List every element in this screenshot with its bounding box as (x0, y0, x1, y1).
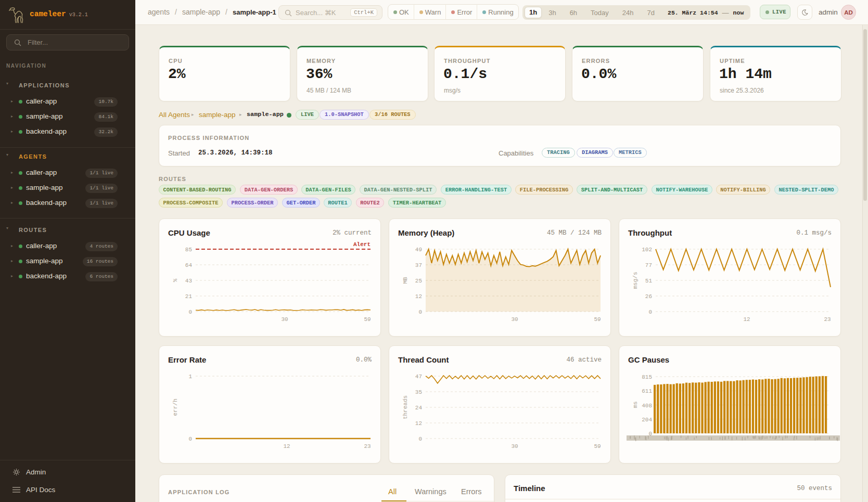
svg-text:ms: ms (632, 401, 639, 408)
svg-text:30: 30 (511, 316, 518, 323)
svg-text:threads: threads (402, 395, 409, 419)
svg-text:12: 12 (743, 316, 750, 323)
svg-text:24: 24 (415, 405, 423, 411)
svg-text:0: 0 (418, 436, 422, 442)
svg-text:64: 64 (185, 262, 193, 268)
svg-text:30: 30 (511, 443, 518, 449)
svg-text:%: % (172, 278, 178, 282)
svg-text:59: 59 (364, 316, 371, 323)
svg-text:Alert: Alert (353, 241, 371, 248)
svg-text:25: 25 (415, 278, 422, 284)
svg-text:59: 59 (594, 443, 601, 449)
svg-text:1: 1 (188, 374, 192, 380)
svg-text:85: 85 (185, 247, 192, 253)
svg-text:77: 77 (645, 262, 652, 268)
svg-text:23: 23 (364, 443, 371, 449)
svg-text:51: 51 (645, 278, 653, 284)
svg-text:12: 12 (283, 443, 290, 449)
svg-text:err/h: err/h (172, 398, 178, 416)
svg-text:12: 12 (415, 420, 422, 427)
svg-text:30: 30 (281, 316, 288, 323)
svg-text:0: 0 (648, 309, 652, 315)
svg-text:49: 49 (415, 247, 422, 253)
svg-text:12: 12 (415, 293, 422, 300)
svg-text:26: 26 (645, 293, 652, 300)
svg-text:37: 37 (415, 262, 422, 268)
svg-text:59: 59 (594, 316, 601, 323)
svg-text:MB: MB (402, 277, 409, 284)
svg-text:102: 102 (642, 247, 652, 253)
svg-text:0: 0 (418, 309, 422, 315)
svg-text:35: 35 (415, 389, 422, 395)
svg-text:204: 204 (642, 417, 652, 423)
svg-text:21: 21 (185, 293, 193, 300)
svg-text:43: 43 (185, 278, 192, 284)
svg-text:815: 815 (642, 374, 652, 380)
svg-text:47: 47 (415, 374, 422, 380)
svg-text:23: 23 (824, 316, 831, 323)
svg-text:0: 0 (188, 436, 192, 442)
svg-text:0: 0 (188, 309, 192, 315)
svg-text:408: 408 (642, 403, 652, 409)
svg-text:msg/s: msg/s (632, 272, 639, 289)
svg-text:611: 611 (642, 388, 652, 394)
